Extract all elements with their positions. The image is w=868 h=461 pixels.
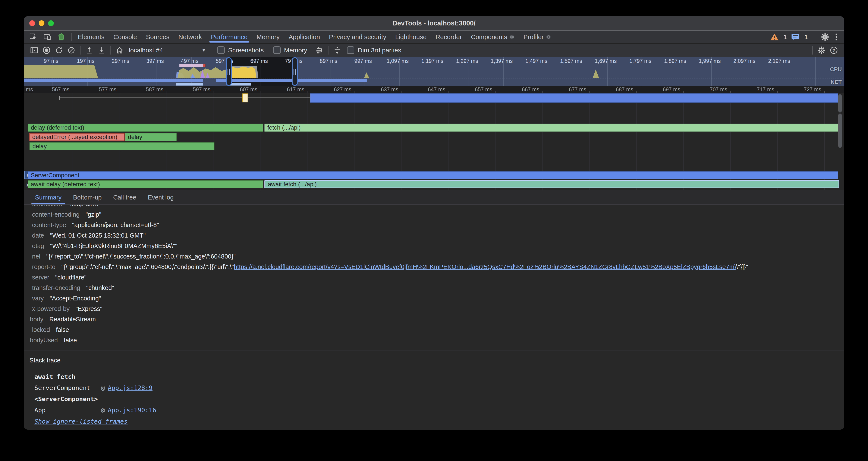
tab-application[interactable]: Application <box>284 31 324 43</box>
home-icon[interactable] <box>114 45 126 56</box>
property-key: body <box>24 316 43 323</box>
toolbar-divider5 <box>812 46 813 55</box>
screenshots-checkbox[interactable] <box>217 47 225 54</box>
help-icon[interactable]: ? <box>828 45 840 56</box>
window-title: DevTools - localhost:3000/ <box>24 16 844 30</box>
clear-icon[interactable] <box>65 45 78 56</box>
span-label: delayedError (...ayed exception) <box>32 134 117 141</box>
flame-chart-tracks[interactable]: ▶ Network ▶ Timings ▼ Server Requests — … <box>24 93 844 190</box>
svg-text:897 ms: 897 ms <box>320 58 337 64</box>
tab-label-application: Application <box>288 33 320 40</box>
property-row: x-powered-by"Express" <box>24 304 844 314</box>
upload-profile-icon[interactable] <box>83 45 95 56</box>
tab-performance[interactable]: Performance <box>206 31 252 43</box>
toolbar-divider3 <box>211 46 211 55</box>
tabbar-right-divider <box>814 33 814 41</box>
frame-function: <ServerComponent> <box>34 395 101 403</box>
svg-text:1,297 ms: 1,297 ms <box>456 58 478 64</box>
tab-event-log[interactable]: Event log <box>142 190 179 204</box>
frame-function: await fetch <box>34 373 101 380</box>
tab-elements[interactable]: Elements <box>73 31 109 43</box>
device-toolbar-icon[interactable] <box>43 33 52 41</box>
ruler-label-627-ms: 627 ms <box>315 86 351 93</box>
tab-network[interactable]: Network <box>174 31 206 43</box>
dim-3rd-parties-checkbox[interactable] <box>347 47 354 54</box>
ruler-label-607-ms: 607 ms <box>221 86 257 93</box>
span-delay-deferred-text[interactable]: delay (deferred text) <box>28 123 263 132</box>
tab-profiler[interactable]: Profiler <box>519 31 556 43</box>
selection-handle-left[interactable] <box>226 58 231 85</box>
frame-function: ServerComponent <box>34 384 101 392</box>
overview-network-bar <box>176 83 203 86</box>
tab-sources[interactable]: Sources <box>142 31 174 43</box>
issues-count: 1 <box>804 33 808 40</box>
property-row: date"Wed, 01 Oct 2025 18:32:01 GMT" <box>24 230 844 241</box>
collapse-tracks-icon[interactable] <box>331 45 343 56</box>
show-ignore-listed-frames-link[interactable]: Show ignore-listed frames <box>34 418 128 425</box>
span-delayed-error[interactable]: delayedError (...ayed exception) <box>29 133 125 141</box>
warning-count: 1 <box>783 33 787 40</box>
frame-source-link[interactable]: App.js:190:16 <box>107 406 156 414</box>
devtools-tabbar: ElementsConsoleSourcesNetworkPerformance… <box>24 31 844 44</box>
svg-text:?: ? <box>833 48 835 53</box>
ruler-label-647-ms: 647 ms <box>409 86 445 93</box>
span-server-component[interactable]: ServerComponent <box>28 171 838 179</box>
property-row: transfer-encoding"chunked" <box>24 283 844 293</box>
span-delay-2[interactable]: delay <box>125 133 177 141</box>
tab-bottom-up[interactable]: Bottom-up <box>67 190 107 204</box>
span-await-delay[interactable]: await delay (deferred text) <box>28 180 263 189</box>
capture-settings-gear-icon[interactable] <box>815 45 828 56</box>
performance-toolbar: localhost #4 ▼ Screenshots Memory Dim 3r… <box>24 44 844 57</box>
collect-garbage-icon[interactable] <box>313 45 326 56</box>
span-fetch-api[interactable]: fetch (.../api) <box>265 123 838 132</box>
tab-console[interactable]: Console <box>109 31 142 43</box>
tab-label-profiler: Profiler <box>524 33 544 40</box>
report-to-url-link[interactable]: https://a.nel.cloudflare.com/report/v4?s… <box>234 263 736 270</box>
issues-message-icon[interactable] <box>791 33 800 41</box>
selection-handle-right[interactable] <box>292 58 297 85</box>
tracks-scrollbar-thumb2[interactable] <box>838 114 842 148</box>
span-await-fetch[interactable]: await fetch (.../api) <box>265 180 839 189</box>
profile-select[interactable]: localhost #4 ▼ <box>126 47 208 54</box>
tab-call-tree[interactable]: Call tree <box>107 190 142 204</box>
summary-pane[interactable]: connection"keep-alive"content-encoding"g… <box>24 205 844 350</box>
tab-recorder[interactable]: Recorder <box>431 31 466 43</box>
memory-checkbox[interactable] <box>273 47 281 54</box>
download-profile-icon[interactable] <box>95 45 108 56</box>
span-delay-3[interactable]: delay <box>29 142 214 150</box>
overview-chart: 97 ms197 ms297 ms397 ms497 ms597 ms697 m… <box>24 57 844 86</box>
ruler-unit: ms <box>26 86 33 93</box>
tracks-scrollbar-thumb[interactable] <box>838 94 842 113</box>
svg-text:497 ms: 497 ms <box>181 58 198 64</box>
svg-text:297 ms: 297 ms <box>112 58 129 64</box>
settings-gear-icon[interactable] <box>820 32 830 42</box>
kebab-menu-icon[interactable] <box>834 32 839 42</box>
tabbar-left-icons <box>24 33 69 41</box>
property-value-suffix: \"}]}" <box>736 263 748 270</box>
network-request-bar[interactable] <box>310 93 838 103</box>
property-row: etag"W/\"4b1-RjEJloX9kRinu6F0MAZMmy6E5iA… <box>24 241 844 251</box>
ruler-tick <box>166 91 167 93</box>
span-label: ServerComponent <box>31 172 79 179</box>
tab-privacy-and-security[interactable]: Privacy and security <box>324 31 391 43</box>
span-label: delay <box>128 134 142 141</box>
tabbar-divider <box>71 33 71 41</box>
tab-summary[interactable]: Summary <box>29 190 67 204</box>
span-label: await delay (deferred text) <box>31 181 100 188</box>
tab-components[interactable]: Components <box>466 31 519 43</box>
track-separator <box>24 103 844 103</box>
inspect-element-icon[interactable] <box>29 33 37 41</box>
frame-source-link[interactable]: App.js:128:9 <box>107 384 153 392</box>
timeline-overview[interactable]: 97 ms197 ms297 ms397 ms497 ms597 ms697 m… <box>24 57 844 86</box>
tab-label-network: Network <box>178 33 202 40</box>
span-label: delay <box>32 143 47 150</box>
record-icon[interactable] <box>40 45 53 56</box>
ruler-tick <box>260 91 261 93</box>
tab-memory[interactable]: Memory <box>252 31 284 43</box>
extension-gem-icon[interactable] <box>57 33 66 41</box>
toggle-sidebar-icon[interactable] <box>28 45 40 56</box>
reload-record-icon[interactable] <box>53 45 65 56</box>
warning-icon[interactable] <box>770 33 779 41</box>
network-block-small[interactable] <box>242 93 248 103</box>
tab-lighthouse[interactable]: Lighthouse <box>391 31 431 43</box>
